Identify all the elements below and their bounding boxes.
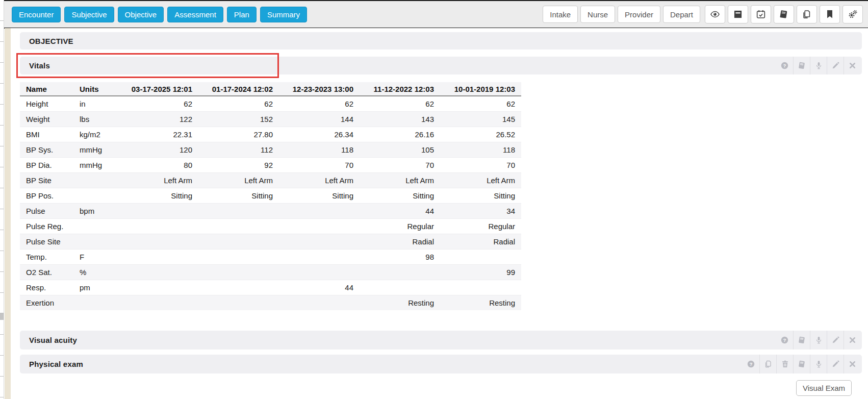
objective-section-header: OBJECTIVE: [20, 32, 862, 49]
row-value: 145: [440, 111, 521, 127]
row-value: 34: [440, 203, 521, 218]
row-value: 112: [198, 142, 279, 157]
help-icon[interactable]: ?: [776, 331, 793, 350]
row-value: 26.52: [440, 127, 521, 142]
close-icon[interactable]: [844, 331, 860, 350]
row-value: 122: [118, 111, 198, 127]
visual-acuity-header-icons: ?: [776, 331, 860, 350]
visual-acuity-title: Visual acuity: [29, 336, 77, 344]
row-value: [118, 249, 198, 264]
close-icon[interactable]: [844, 57, 860, 74]
physical-exam-header-icons: ?: [743, 355, 860, 373]
bookmark-button[interactable]: [820, 5, 840, 23]
calendar-check-button[interactable]: [751, 5, 771, 23]
row-units: in: [73, 96, 118, 111]
row-value: 105: [360, 142, 440, 157]
nav-button-assessment[interactable]: Assessment: [167, 7, 223, 22]
row-units: [73, 172, 118, 188]
row-name: O2 Sat.: [20, 264, 73, 280]
row-value: [279, 295, 360, 310]
row-value: Resting: [360, 295, 440, 310]
pencil-icon[interactable]: [827, 355, 844, 373]
copy-icon[interactable]: [759, 355, 776, 373]
row-value: Sitting: [279, 188, 360, 203]
visual-exam-button[interactable]: Visual Exam: [796, 380, 852, 396]
row-value: [118, 295, 198, 310]
left-scrollbar-thumb[interactable]: [0, 313, 4, 320]
row-value: Sitting: [440, 188, 521, 203]
nav-button-objective[interactable]: Objective: [118, 7, 164, 22]
column-header-units: Units: [73, 82, 118, 96]
table-row-weight: Weightlbs122152144143145: [20, 111, 521, 127]
row-value: [440, 280, 521, 295]
top-toolbar: EncounterSubjectiveObjectiveAssessmentPl…: [4, 0, 868, 29]
pencil-icon[interactable]: [827, 331, 844, 350]
svg-text:?: ?: [783, 338, 786, 343]
provider-button[interactable]: Provider: [618, 6, 660, 23]
row-value: [279, 264, 360, 280]
objective-title: OBJECTIVE: [29, 37, 73, 45]
row-name: BP Dia.: [20, 157, 73, 172]
row-value: 26.34: [279, 127, 360, 142]
book-icon[interactable]: [793, 355, 810, 373]
gears-button[interactable]: [843, 5, 863, 23]
nav-button-encounter[interactable]: Encounter: [12, 7, 61, 22]
depart-button[interactable]: Depart: [663, 6, 700, 23]
row-value: Radial: [360, 234, 440, 249]
physical-exam-section-header[interactable]: Physical exam ?: [20, 355, 862, 373]
vitals-section-header[interactable]: Vitals ?: [20, 57, 862, 74]
row-units: lbs: [73, 111, 118, 127]
visual-acuity-section-header[interactable]: Visual acuity ?: [20, 331, 862, 350]
row-value: 152: [198, 111, 279, 127]
column-header-03-17-2025-12-01: 03-17-2025 12:01: [118, 82, 198, 96]
row-value: Left Arm: [279, 172, 360, 188]
book-icon[interactable]: [793, 331, 810, 350]
row-value: 62: [360, 96, 440, 111]
archive-button[interactable]: [728, 5, 748, 23]
help-icon[interactable]: ?: [743, 355, 759, 373]
row-value: 26.16: [360, 127, 440, 142]
row-name: Pulse: [20, 203, 73, 218]
row-value: [279, 218, 360, 234]
row-value: [440, 249, 521, 264]
row-units: [73, 234, 118, 249]
row-units: bpm: [73, 203, 118, 218]
trash-icon[interactable]: [776, 355, 793, 373]
eye-icon: [710, 9, 720, 19]
row-value: 92: [198, 157, 279, 172]
row-value: 144: [279, 111, 360, 127]
pencil-icon[interactable]: [827, 57, 844, 74]
row-value: Radial: [440, 234, 521, 249]
left-panel-edge: [0, 0, 4, 399]
vitals-title: Vitals: [29, 61, 50, 70]
intake-button[interactable]: Intake: [543, 6, 578, 23]
help-icon[interactable]: ?: [776, 57, 793, 74]
close-icon[interactable]: [844, 355, 860, 373]
book-icon[interactable]: [793, 57, 810, 74]
row-value: 27.80: [198, 127, 279, 142]
microphone-icon[interactable]: [810, 355, 827, 373]
nav-button-plan[interactable]: Plan: [227, 7, 257, 22]
row-value: [279, 203, 360, 218]
nurse-button[interactable]: Nurse: [580, 6, 615, 23]
gears-icon: [848, 9, 858, 19]
microphone-icon[interactable]: [810, 331, 827, 350]
row-units: [73, 295, 118, 310]
eye-button[interactable]: [705, 5, 725, 23]
table-row-bp-site: BP SiteLeft ArmLeft ArmLeft ArmLeft ArmL…: [20, 172, 521, 188]
nav-button-subjective[interactable]: Subjective: [64, 7, 114, 22]
microphone-icon[interactable]: [810, 57, 827, 74]
row-units: F: [73, 249, 118, 264]
book-button[interactable]: [774, 5, 794, 23]
row-value: Resting: [440, 295, 521, 310]
table-row-o2-sat: O2 Sat.%99: [20, 264, 521, 280]
row-name: Exertion: [20, 295, 73, 310]
column-header-name: Name: [20, 82, 73, 96]
row-value: 62: [118, 96, 198, 111]
table-row-bp-sys: BP Sys.mmHg120112118105118: [20, 142, 521, 157]
nav-button-summary[interactable]: Summary: [260, 7, 307, 22]
row-value: 62: [440, 96, 521, 111]
row-value: 22.31: [118, 127, 198, 142]
copy-button[interactable]: [797, 5, 817, 23]
archive-icon: [733, 9, 743, 19]
